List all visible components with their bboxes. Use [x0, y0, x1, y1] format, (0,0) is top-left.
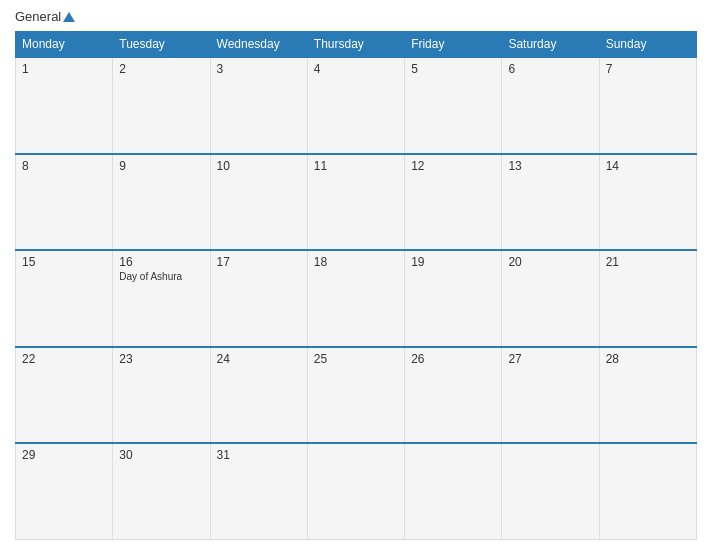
calendar-cell: 8: [16, 154, 113, 251]
calendar-cell: 6: [502, 57, 599, 154]
day-number: 22: [22, 352, 106, 366]
weekday-header-monday: Monday: [16, 32, 113, 58]
calendar-cell: 23: [113, 347, 210, 444]
calendar-cell: 21: [599, 250, 696, 347]
day-number: 26: [411, 352, 495, 366]
day-number: 1: [22, 62, 106, 76]
calendar-cell: [502, 443, 599, 540]
calendar-cell: 7: [599, 57, 696, 154]
calendar-cell: [307, 443, 404, 540]
day-number: 18: [314, 255, 398, 269]
day-number: 5: [411, 62, 495, 76]
day-number: 8: [22, 159, 106, 173]
calendar-week-row: 22232425262728: [16, 347, 697, 444]
day-number: 13: [508, 159, 592, 173]
calendar-cell: 19: [405, 250, 502, 347]
weekday-header-friday: Friday: [405, 32, 502, 58]
calendar-cell: 1: [16, 57, 113, 154]
weekday-header-thursday: Thursday: [307, 32, 404, 58]
calendar-cell: 22: [16, 347, 113, 444]
calendar-cell: 4: [307, 57, 404, 154]
day-number: 28: [606, 352, 690, 366]
calendar-cell: 9: [113, 154, 210, 251]
day-number: 7: [606, 62, 690, 76]
calendar-header: General: [15, 10, 697, 23]
calendar-cell: 25: [307, 347, 404, 444]
calendar-cell: 31: [210, 443, 307, 540]
calendar-cell: 24: [210, 347, 307, 444]
day-number: 11: [314, 159, 398, 173]
calendar-cell: 20: [502, 250, 599, 347]
day-number: 16: [119, 255, 203, 269]
weekday-header-tuesday: Tuesday: [113, 32, 210, 58]
day-number: 14: [606, 159, 690, 173]
day-number: 19: [411, 255, 495, 269]
day-number: 4: [314, 62, 398, 76]
logo-general-text: General: [15, 10, 75, 23]
calendar-cell: 27: [502, 347, 599, 444]
weekday-header-wednesday: Wednesday: [210, 32, 307, 58]
day-number: 6: [508, 62, 592, 76]
calendar-cell: 30: [113, 443, 210, 540]
calendar-cell: 16Day of Ashura: [113, 250, 210, 347]
day-event: Day of Ashura: [119, 271, 203, 282]
logo-triangle-icon: [63, 12, 75, 22]
calendar-cell: 13: [502, 154, 599, 251]
calendar-week-row: 1516Day of Ashura1718192021: [16, 250, 697, 347]
logo: General: [15, 10, 75, 23]
calendar-cell: [405, 443, 502, 540]
day-number: 15: [22, 255, 106, 269]
day-number: 3: [217, 62, 301, 76]
weekday-header-row: MondayTuesdayWednesdayThursdayFridaySatu…: [16, 32, 697, 58]
calendar-week-row: 293031: [16, 443, 697, 540]
calendar-container: General MondayTuesdayWednesdayThursdayFr…: [0, 0, 712, 550]
day-number: 12: [411, 159, 495, 173]
calendar-cell: 5: [405, 57, 502, 154]
weekday-header-sunday: Sunday: [599, 32, 696, 58]
calendar-cell: [599, 443, 696, 540]
calendar-week-row: 891011121314: [16, 154, 697, 251]
calendar-cell: 3: [210, 57, 307, 154]
day-number: 21: [606, 255, 690, 269]
calendar-table: MondayTuesdayWednesdayThursdayFridaySatu…: [15, 31, 697, 540]
calendar-cell: 12: [405, 154, 502, 251]
day-number: 10: [217, 159, 301, 173]
calendar-cell: 26: [405, 347, 502, 444]
calendar-cell: 18: [307, 250, 404, 347]
day-number: 27: [508, 352, 592, 366]
weekday-header-saturday: Saturday: [502, 32, 599, 58]
day-number: 20: [508, 255, 592, 269]
day-number: 9: [119, 159, 203, 173]
calendar-cell: 17: [210, 250, 307, 347]
calendar-week-row: 1234567: [16, 57, 697, 154]
day-number: 23: [119, 352, 203, 366]
day-number: 30: [119, 448, 203, 462]
day-number: 25: [314, 352, 398, 366]
day-number: 2: [119, 62, 203, 76]
calendar-cell: 28: [599, 347, 696, 444]
day-number: 29: [22, 448, 106, 462]
calendar-cell: 14: [599, 154, 696, 251]
calendar-cell: 29: [16, 443, 113, 540]
calendar-cell: 15: [16, 250, 113, 347]
day-number: 31: [217, 448, 301, 462]
day-number: 17: [217, 255, 301, 269]
calendar-cell: 11: [307, 154, 404, 251]
calendar-cell: 10: [210, 154, 307, 251]
day-number: 24: [217, 352, 301, 366]
calendar-cell: 2: [113, 57, 210, 154]
